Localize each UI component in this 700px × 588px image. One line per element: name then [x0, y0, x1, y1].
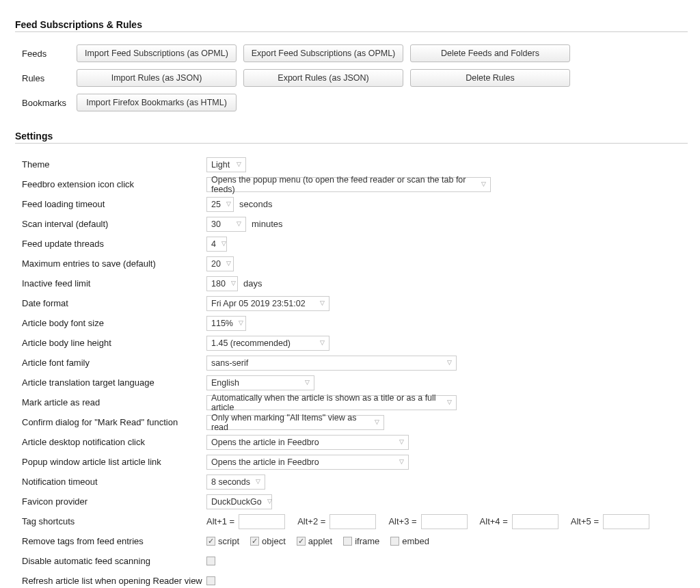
export-feed-subscriptions-button[interactable]: Export Feed Subscriptions (as OPML): [243, 44, 403, 62]
date-format-label: Date format: [15, 298, 206, 308]
remove-tag-script: script: [206, 536, 239, 546]
remove-tag-embed-checkbox[interactable]: [390, 537, 399, 546]
load-timeout-unit: seconds: [239, 199, 272, 209]
notif-timeout-label: Notification timeout: [15, 477, 206, 487]
body-font-size-label: Article body font size: [15, 318, 206, 328]
chevron-down-icon: ▽: [256, 479, 260, 485]
chevron-down-icon: ▽: [231, 280, 236, 286]
confirm-markread-label: Confirm dialog for "Mark Read" function: [15, 417, 206, 427]
chevron-down-icon: ▽: [481, 181, 486, 187]
chevron-down-icon: ▽: [320, 340, 325, 346]
inactive-limit-select[interactable]: 180▽: [206, 276, 238, 291]
tag-shortcut-input-4[interactable]: [512, 514, 558, 529]
chevron-down-icon: ▽: [399, 439, 404, 445]
remove-tag-iframe-checkbox[interactable]: [343, 537, 352, 546]
mark-read-select[interactable]: Automatically when the article is shown …: [206, 395, 457, 410]
disable-scan-label: Disable automatic feed scanning: [15, 556, 206, 566]
body-line-height-select[interactable]: 1.45 (recommended)▽: [206, 336, 329, 351]
chevron-down-icon: ▽: [399, 459, 404, 465]
section-title-subscriptions: Feed Subscriptions & Rules: [15, 19, 688, 32]
tag-shortcut-1: Alt+1 =: [206, 514, 285, 529]
date-format-select[interactable]: Fri Apr 05 2019 23:51:02▽: [206, 296, 329, 311]
chevron-down-icon: ▽: [239, 320, 243, 326]
refresh-on-open-checkbox[interactable]: [206, 576, 215, 585]
remove-tag-object: object: [250, 536, 286, 546]
remove-tag-embed: embed: [390, 536, 429, 546]
settings-table: Theme Light▽ Feedbro extension icon clic…: [15, 155, 688, 588]
load-timeout-select[interactable]: 25▽: [206, 197, 234, 212]
remove-tag-script-checkbox[interactable]: [206, 537, 215, 546]
remove-tag-object-checkbox[interactable]: [250, 537, 259, 546]
icon-click-label: Feedbro extension icon click: [15, 179, 206, 189]
bookmarks-label: Bookmarks: [15, 98, 77, 108]
tag-shortcuts-label: Tag shortcuts: [15, 516, 206, 526]
chevron-down-icon: ▽: [447, 360, 452, 366]
chevron-down-icon: ▽: [237, 221, 241, 227]
popup-article-link-select[interactable]: Opens the article in Feedbro▽: [206, 455, 409, 470]
remove-tag-applet-checkbox[interactable]: [297, 537, 306, 546]
import-firefox-bookmarks-button[interactable]: Import Firefox Bookmarks (as HTML): [77, 94, 237, 111]
delete-feeds-folders-button[interactable]: Delete Feeds and Folders: [410, 44, 570, 62]
tag-shortcut-input-2[interactable]: [329, 514, 376, 529]
confirm-markread-select[interactable]: Only when marking "All Items" view as re…: [206, 415, 384, 430]
chevron-down-icon: ▽: [226, 260, 231, 267]
subscriptions-table: Feeds Import Feed Subscriptions (as OPML…: [15, 44, 688, 111]
icon-click-select[interactable]: Opens the popup menu (to open the feed r…: [206, 177, 491, 192]
chevron-down-icon: ▽: [375, 419, 379, 425]
remove-tag-script-label: script: [218, 536, 239, 546]
favicon-provider-select[interactable]: DuckDuckGo▽: [206, 494, 272, 509]
chevron-down-icon: ▽: [237, 161, 241, 168]
trans-lang-label: Article translation target language: [15, 377, 206, 388]
tag-shortcut-4: Alt+4 =: [480, 514, 558, 529]
desktop-notif-click-select[interactable]: Opens the article in Feedbro▽: [206, 435, 409, 450]
disable-scan-checkbox[interactable]: [206, 557, 215, 565]
font-family-label: Article font family: [15, 358, 206, 368]
load-timeout-label: Feed loading timeout: [15, 199, 206, 209]
tag-shortcuts-container: Alt+1 =Alt+2 =Alt+3 =Alt+4 =Alt+5 =: [206, 514, 656, 529]
remove-tag-iframe-label: iframe: [355, 536, 379, 546]
chevron-down-icon: ▽: [267, 498, 272, 505]
section-title-settings: Settings: [15, 131, 688, 144]
chevron-down-icon: ▽: [305, 379, 310, 386]
body-line-height-label: Article body line height: [15, 338, 206, 348]
remove-tag-object-label: object: [262, 536, 286, 546]
tag-shortcut-5: Alt+5 =: [571, 514, 649, 529]
notif-timeout-select[interactable]: 8 seconds▽: [206, 475, 265, 490]
tag-shortcut-prefix: Alt+5 =: [571, 516, 599, 526]
import-feed-subscriptions-button[interactable]: Import Feed Subscriptions (as OPML): [77, 44, 237, 62]
feeds-label: Feeds: [15, 49, 77, 59]
remove-tags-container: scriptobjectappletiframeembed: [206, 536, 435, 546]
chevron-down-icon: ▽: [320, 300, 325, 306]
chevron-down-icon: ▽: [447, 399, 452, 405]
scan-interval-unit: minutes: [252, 219, 283, 229]
chevron-down-icon: ▽: [221, 241, 226, 247]
inactive-limit-label: Inactive feed limit: [15, 278, 206, 289]
tag-shortcut-prefix: Alt+1 =: [206, 516, 234, 526]
body-font-size-select[interactable]: 115%▽: [206, 316, 246, 331]
tag-shortcut-input-5[interactable]: [603, 514, 649, 529]
scan-interval-select[interactable]: 30▽: [206, 217, 246, 232]
tag-shortcut-prefix: Alt+4 =: [480, 516, 508, 526]
font-family-select[interactable]: sans-serif▽: [206, 356, 457, 371]
tag-shortcut-input-1[interactable]: [239, 514, 285, 529]
tag-shortcut-input-3[interactable]: [421, 514, 468, 529]
tag-shortcut-prefix: Alt+3 =: [388, 516, 416, 526]
rules-label: Rules: [15, 73, 77, 83]
refresh-on-open-label: Refresh article list when opening Reader…: [15, 576, 206, 586]
import-rules-button[interactable]: Import Rules (as JSON): [77, 69, 237, 87]
tag-shortcut-prefix: Alt+2 =: [297, 516, 325, 526]
remove-tag-iframe: iframe: [343, 536, 379, 546]
tag-shortcut-2: Alt+2 =: [297, 514, 376, 529]
chevron-down-icon: ▽: [226, 201, 231, 207]
theme-select[interactable]: Light▽: [206, 157, 246, 172]
max-entries-select[interactable]: 20▽: [206, 256, 234, 271]
theme-label: Theme: [15, 159, 206, 170]
trans-lang-select[interactable]: English▽: [206, 375, 314, 390]
export-rules-button[interactable]: Export Rules (as JSON): [243, 69, 403, 87]
remove-tag-embed-label: embed: [402, 536, 429, 546]
desktop-notif-click-label: Article desktop notification click: [15, 437, 206, 447]
max-entries-label: Maximum entries to save (default): [15, 258, 206, 269]
favicon-provider-label: Favicon provider: [15, 496, 206, 507]
delete-rules-button[interactable]: Delete Rules: [410, 69, 570, 87]
update-threads-select[interactable]: 4▽: [206, 237, 227, 252]
